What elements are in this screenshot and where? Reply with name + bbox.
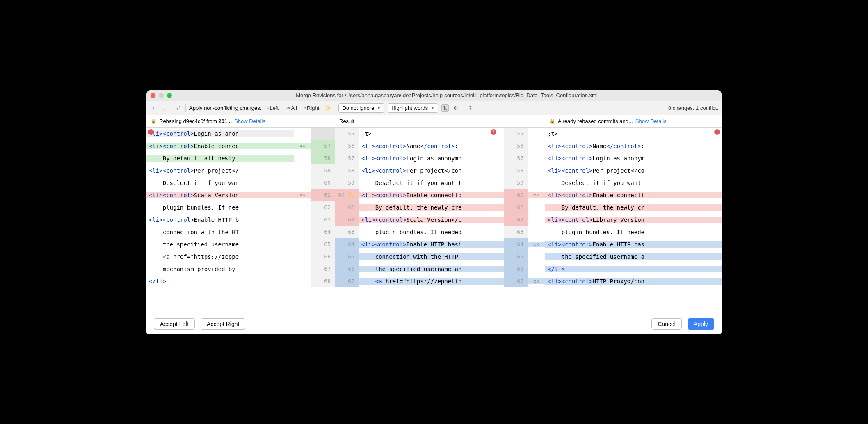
line-number: 62 bbox=[311, 201, 335, 214]
line-number bbox=[311, 128, 335, 140]
line-actions[interactable]: «× bbox=[528, 192, 545, 198]
code-line: <li><control>Per project</59 bbox=[146, 164, 335, 177]
merge-window: Merge Revisions for /Users/anna.gasparya… bbox=[146, 90, 722, 334]
show-details-right[interactable]: Show Details bbox=[635, 118, 667, 124]
line-number: 59 bbox=[335, 177, 359, 189]
code-line: plugin bundles. If neede bbox=[545, 226, 722, 238]
code-line: connection with the HT64 bbox=[146, 226, 335, 238]
result-header: Result bbox=[335, 115, 545, 127]
line-number: 60 bbox=[311, 177, 335, 189]
code-line: 61 By default, the newly cre61 bbox=[335, 201, 545, 214]
help-icon[interactable]: ? bbox=[466, 104, 474, 112]
left-header: 🔒 Rebasing d9ec4c0f from 201... Show Det… bbox=[146, 115, 335, 127]
code-line: 60 ✨<li><control>Enable connectio60«× bbox=[335, 189, 545, 201]
error-badge: ! bbox=[714, 129, 720, 135]
line-number: 61 bbox=[311, 189, 335, 201]
line-number: 60 bbox=[504, 189, 528, 201]
code-line: </li> bbox=[545, 263, 722, 275]
cancel-button[interactable]: Cancel bbox=[651, 318, 682, 330]
line-number: 64 bbox=[335, 238, 359, 251]
sync-scroll-icon[interactable]: ⇅ bbox=[441, 104, 449, 112]
code-line: <li><control>Scala Version×»61 bbox=[146, 189, 335, 201]
line-number: 62 bbox=[335, 214, 359, 226]
left-pane[interactable]: ! <li><control>Login as anon<li><control… bbox=[146, 128, 335, 314]
line-number: 57 bbox=[311, 140, 335, 152]
apply-label: Apply non-conflicting changes: bbox=[189, 105, 261, 111]
code-line: <li><control>Enable HTTP b63 bbox=[146, 214, 335, 226]
line-number: 61 bbox=[504, 201, 528, 214]
accept-right-button[interactable]: Accept Right bbox=[201, 318, 245, 330]
accept-left-button[interactable]: Accept Left bbox=[154, 318, 195, 330]
middle-pane[interactable]: ! 55;t>5556<li><control>Name</control>:5… bbox=[335, 128, 545, 314]
error-badge: ! bbox=[148, 129, 154, 135]
ignore-dropdown[interactable]: Do not ignore▼ bbox=[338, 103, 384, 113]
code-line: 58<li><control>Per project</con58 bbox=[335, 164, 545, 177]
close-icon[interactable] bbox=[151, 93, 155, 98]
apply-left-button[interactable]: »Left bbox=[265, 105, 280, 111]
code-line: 65 connection with the HTTP 65 bbox=[335, 251, 545, 263]
zoom-icon[interactable] bbox=[167, 93, 172, 98]
line-number: 67 bbox=[335, 275, 359, 287]
line-number: 61 bbox=[335, 201, 359, 214]
line-number: 66 bbox=[311, 251, 335, 263]
code-line: 63 plugin bundles. If needed63 bbox=[335, 226, 545, 238]
line-number: 58 bbox=[335, 164, 359, 177]
line-number: 66 bbox=[504, 263, 528, 275]
gear-icon[interactable]: ⚙ bbox=[452, 104, 459, 112]
window-controls bbox=[151, 93, 172, 98]
show-details-left[interactable]: Show Details bbox=[234, 118, 265, 124]
compare-icon[interactable]: ⇄ bbox=[175, 104, 182, 112]
line-actions[interactable]: «× bbox=[528, 278, 545, 284]
line-number: 63 bbox=[311, 214, 335, 226]
line-number: 64 bbox=[504, 238, 528, 251]
code-line: <li><control>Library Version bbox=[545, 214, 722, 226]
code-line: the specified username a bbox=[545, 251, 722, 263]
apply-all-button[interactable]: »«All bbox=[283, 105, 299, 111]
change-count: 8 changes. 1 conflict. bbox=[668, 105, 718, 111]
line-number: 62 bbox=[504, 214, 528, 226]
line-number: 63 bbox=[504, 226, 528, 238]
line-number: 59 bbox=[504, 177, 528, 189]
line-number: 57 bbox=[335, 152, 359, 164]
line-number: 58 bbox=[311, 152, 335, 164]
line-number: 65 bbox=[335, 251, 359, 263]
prev-diff-icon[interactable]: ↑ bbox=[150, 104, 157, 112]
code-line: plugin bundles. If nee62 bbox=[146, 201, 335, 214]
code-line: <li><control>Enable connecti bbox=[545, 189, 722, 201]
magic-wand-icon[interactable]: ✨ bbox=[324, 104, 331, 112]
code-line: By default, the newly cr bbox=[545, 201, 722, 214]
code-line: <li><control>HTTP Proxy</con bbox=[545, 275, 722, 287]
line-number: 64 bbox=[311, 226, 335, 238]
line-number: 63 bbox=[335, 226, 359, 238]
line-actions[interactable]: ×» bbox=[294, 192, 311, 198]
code-line: Deselect it if you want bbox=[545, 177, 722, 189]
code-line: 67 <a href="https://zeppelin67«× bbox=[335, 275, 545, 287]
code-line: 56<li><control>Name</control>:56 bbox=[335, 140, 545, 152]
code-line: the specified username65 bbox=[146, 238, 335, 251]
line-number: 68 bbox=[311, 275, 335, 287]
apply-right-button[interactable]: «Right bbox=[302, 105, 321, 111]
code-line: 55;t>55 bbox=[335, 128, 545, 140]
code-line: <li><control>Login as anonym bbox=[545, 152, 722, 164]
code-line: <li><control>Enable connec×»57 bbox=[146, 140, 335, 152]
code-line: mechanism provided by67 bbox=[146, 263, 335, 275]
code-line: By default, all newly58 bbox=[146, 152, 335, 164]
window-title: Merge Revisions for /Users/anna.gasparya… bbox=[176, 92, 717, 98]
toolbar: ↑ ↓ ⇄ Apply non-conflicting changes: »Le… bbox=[146, 101, 722, 115]
line-number: 55 bbox=[335, 128, 359, 140]
code-line: </li>68 bbox=[146, 275, 335, 287]
code-line: Deselect it if you wan60 bbox=[146, 177, 335, 189]
line-number: 65 bbox=[504, 251, 528, 263]
code-line: 66 the specified username an66 bbox=[335, 263, 545, 275]
line-number: 67 bbox=[504, 275, 528, 287]
diff-panes: ! <li><control>Login as anon<li><control… bbox=[146, 128, 722, 314]
next-diff-icon[interactable]: ↓ bbox=[160, 104, 168, 112]
highlight-dropdown[interactable]: Highlight words▼ bbox=[388, 103, 438, 113]
apply-button[interactable]: Apply bbox=[688, 318, 714, 330]
line-actions[interactable]: ×» bbox=[294, 143, 311, 149]
code-line: 57<li><control>Login as anonymo57 bbox=[335, 152, 545, 164]
minimize-icon[interactable] bbox=[159, 93, 164, 98]
line-actions[interactable]: «× bbox=[528, 242, 545, 247]
right-pane[interactable]: ! ;t><li><control>Name</control>:<li><co… bbox=[545, 128, 722, 314]
code-line: ;t> bbox=[545, 128, 722, 140]
